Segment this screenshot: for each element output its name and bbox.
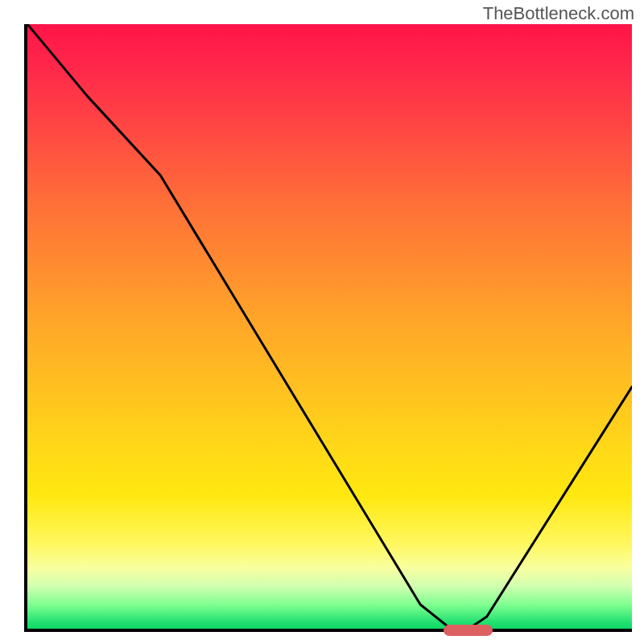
bottleneck-curve-path (27, 24, 632, 629)
optimal-marker (444, 625, 493, 636)
plot-area (24, 24, 632, 632)
curve-svg (27, 24, 632, 629)
watermark-text: TheBottleneck.com (483, 3, 634, 24)
